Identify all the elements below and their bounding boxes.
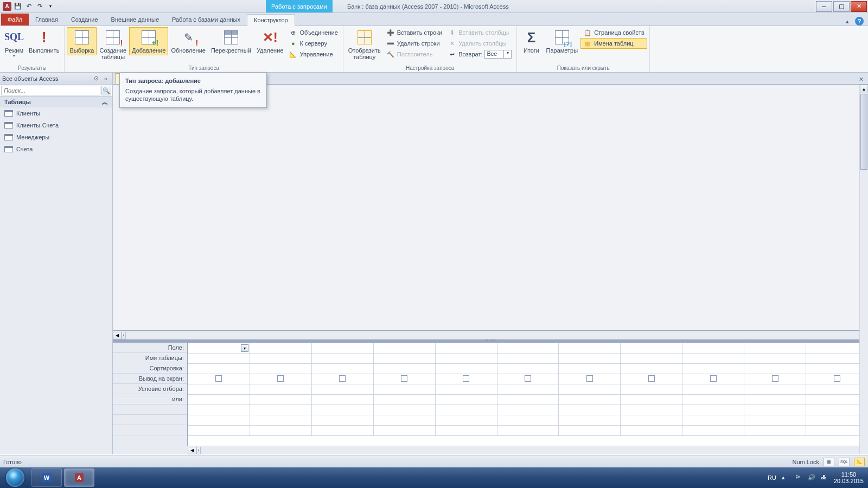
return-combo[interactable]: Все ▾ bbox=[484, 50, 512, 59]
qbe-columns[interactable]: ▾ bbox=[188, 343, 868, 446]
qbe-cell[interactable] bbox=[188, 395, 250, 405]
scroll-thumb[interactable] bbox=[860, 94, 867, 170]
qbe-cell[interactable] bbox=[250, 354, 311, 364]
nav-item-clients[interactable]: Клиенты bbox=[0, 107, 112, 119]
qbe-cell[interactable] bbox=[497, 354, 559, 364]
tab-home[interactable]: Главная bbox=[29, 14, 65, 25]
search-icon[interactable]: 🔍 bbox=[101, 86, 111, 95]
qbe-cell[interactable] bbox=[250, 415, 311, 426]
nav-header[interactable]: Все объекты Access ⊙ « bbox=[0, 73, 112, 85]
tray-flag-icon[interactable]: 🏳 bbox=[795, 474, 802, 481]
show-table-button[interactable]: Отобразить таблицу bbox=[346, 27, 384, 62]
nav-collapse-icon[interactable]: « bbox=[101, 74, 110, 83]
qbe-cell[interactable] bbox=[435, 354, 497, 364]
qbe-cell[interactable] bbox=[621, 426, 682, 436]
show-checkbox[interactable] bbox=[586, 375, 593, 382]
nav-item-accounts[interactable]: Счета bbox=[0, 143, 112, 155]
view-design-icon[interactable]: 📐 bbox=[854, 458, 865, 466]
qbe-cell[interactable] bbox=[682, 415, 744, 426]
redo-icon[interactable]: ↷ bbox=[35, 2, 44, 11]
qbe-cell[interactable] bbox=[373, 395, 435, 405]
grid-hscroll[interactable]: ◀ ⋮ ▶ bbox=[113, 446, 868, 454]
qbe-cell[interactable] bbox=[188, 354, 250, 364]
qbe-cell[interactable] bbox=[250, 374, 311, 384]
qbe-cell[interactable] bbox=[559, 374, 621, 384]
qbe-cell[interactable] bbox=[311, 343, 373, 354]
qbe-cell[interactable] bbox=[250, 395, 311, 405]
qbe-cell[interactable] bbox=[621, 354, 682, 364]
qbe-cell[interactable] bbox=[497, 395, 559, 405]
qbe-cell[interactable] bbox=[311, 364, 373, 374]
show-checkbox[interactable] bbox=[710, 375, 717, 382]
qbe-cell[interactable] bbox=[435, 364, 497, 374]
tray-network-icon[interactable]: 🖧 bbox=[821, 474, 828, 481]
qbe-cell[interactable] bbox=[497, 426, 559, 436]
taskbar-access[interactable]: A bbox=[64, 468, 94, 487]
qbe-cell[interactable] bbox=[682, 374, 744, 384]
tray-clock[interactable]: 11:50 20.03.2015 bbox=[834, 471, 864, 484]
qbe-cell[interactable] bbox=[497, 384, 559, 395]
nav-category-tables[interactable]: Таблицы ︽ bbox=[0, 97, 112, 107]
make-table-button[interactable]: ! Создание таблицы bbox=[97, 27, 129, 62]
qbe-cell[interactable] bbox=[682, 395, 744, 405]
delete-query-button[interactable]: ✕! Удаление bbox=[254, 27, 286, 55]
view-sql-icon[interactable]: SQL bbox=[839, 458, 850, 466]
qbe-cell[interactable] bbox=[188, 364, 250, 374]
field-dropdown-icon[interactable]: ▾ bbox=[241, 344, 248, 352]
qbe-cell[interactable] bbox=[435, 395, 497, 405]
insert-rows-button[interactable]: ➕Вставить строки bbox=[384, 27, 445, 38]
nav-item-clients-accounts[interactable]: Клиенты-Счета bbox=[0, 119, 112, 131]
qbe-cell[interactable]: ▾ bbox=[188, 343, 250, 354]
show-checkbox[interactable] bbox=[772, 375, 778, 382]
qbe-cell[interactable] bbox=[559, 426, 621, 436]
show-checkbox[interactable] bbox=[463, 375, 469, 382]
run-button[interactable]: ! Выполнить bbox=[26, 27, 62, 55]
qbe-cell[interactable] bbox=[311, 395, 373, 405]
show-checkbox[interactable] bbox=[339, 375, 346, 382]
qbe-cell[interactable] bbox=[373, 354, 435, 364]
save-icon[interactable]: 💾 bbox=[13, 2, 23, 11]
show-checkbox[interactable] bbox=[834, 375, 840, 382]
qbe-cell[interactable] bbox=[311, 374, 373, 384]
qbe-cell[interactable] bbox=[806, 395, 868, 405]
scroll-left-icon[interactable]: ◀ bbox=[113, 332, 122, 339]
qbe-cell[interactable] bbox=[621, 405, 682, 415]
show-checkbox[interactable] bbox=[648, 375, 655, 382]
qbe-cell[interactable] bbox=[250, 364, 311, 374]
qbe-cell[interactable] bbox=[806, 343, 868, 354]
qbe-cell[interactable] bbox=[497, 364, 559, 374]
help-icon[interactable]: ? bbox=[855, 17, 864, 25]
qbe-cell[interactable] bbox=[682, 405, 744, 415]
show-checkbox[interactable] bbox=[277, 375, 284, 382]
tab-file[interactable]: Файл bbox=[1, 14, 29, 25]
union-query-button[interactable]: ⊕Объединение bbox=[286, 27, 340, 38]
qbe-cell[interactable] bbox=[682, 426, 744, 436]
qbe-cell[interactable] bbox=[682, 343, 744, 354]
view-datasheet-icon[interactable]: ▦ bbox=[824, 458, 834, 466]
qbe-cell[interactable] bbox=[806, 405, 868, 415]
select-query-button[interactable]: Выборка bbox=[67, 27, 97, 55]
totals-button[interactable]: Σ Итоги bbox=[519, 27, 543, 55]
qbe-cell[interactable] bbox=[744, 354, 806, 364]
qbe-cell[interactable] bbox=[311, 426, 373, 436]
qbe-cell[interactable] bbox=[744, 374, 806, 384]
tab-external-data[interactable]: Внешние данные bbox=[105, 14, 165, 25]
data-definition-button[interactable]: 📐Управление bbox=[286, 49, 340, 60]
qbe-cell[interactable] bbox=[311, 405, 373, 415]
qbe-cell[interactable] bbox=[744, 405, 806, 415]
qbe-cell[interactable] bbox=[373, 374, 435, 384]
qbe-cell[interactable] bbox=[373, 415, 435, 426]
qbe-cell[interactable] bbox=[373, 343, 435, 354]
qbe-cell[interactable] bbox=[621, 415, 682, 426]
qbe-cell[interactable] bbox=[435, 384, 497, 395]
qbe-cell[interactable] bbox=[311, 384, 373, 395]
qbe-cell[interactable] bbox=[250, 343, 311, 354]
document-vscroll[interactable]: ▲ bbox=[859, 85, 868, 454]
qbe-cell[interactable] bbox=[744, 415, 806, 426]
scroll-left-icon[interactable]: ◀ bbox=[188, 447, 196, 454]
tray-volume-icon[interactable]: 🔊 bbox=[808, 474, 815, 481]
qbe-cell[interactable] bbox=[188, 384, 250, 395]
qat-dropdown-icon[interactable]: ▾ bbox=[46, 2, 55, 11]
qbe-cell[interactable] bbox=[806, 415, 868, 426]
qbe-cell[interactable] bbox=[188, 426, 250, 436]
